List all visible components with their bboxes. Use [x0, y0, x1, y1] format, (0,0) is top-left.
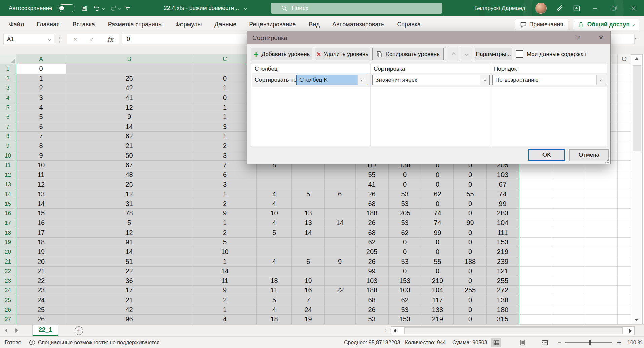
row-header-22[interactable]: 22 [0, 267, 16, 276]
cell-A9[interactable]: 8 [16, 141, 66, 151]
cell-B25[interactable]: 21 [66, 295, 193, 305]
ribbon-tab-1[interactable]: Файл [3, 16, 30, 32]
cell-N15[interactable] [585, 199, 618, 209]
cell-M13[interactable] [552, 180, 585, 190]
row-header-20[interactable]: 20 [0, 247, 16, 257]
cell-J27[interactable]: 0 [454, 315, 487, 324]
cell-O13[interactable] [618, 180, 631, 190]
cell-G27[interactable]: 53 [356, 315, 389, 324]
cell-B12[interactable]: 48 [66, 170, 193, 180]
cell-N13[interactable] [585, 180, 618, 190]
prev-sheet-button[interactable] [5, 328, 7, 333]
zoom-in-button[interactable]: + [617, 337, 621, 348]
cell-E13[interactable] [292, 180, 325, 190]
cell-J24[interactable]: 255 [454, 286, 487, 295]
cell-M22[interactable] [552, 267, 585, 276]
cell-B14[interactable]: 12 [66, 189, 193, 199]
cell-H14[interactable]: 53 [389, 189, 421, 199]
cell-C27[interactable]: 4 [193, 315, 257, 324]
cell-F13[interactable] [325, 180, 356, 190]
cell-O20[interactable] [618, 247, 631, 257]
cell-G23[interactable]: 103 [356, 276, 389, 286]
options-button[interactable]: Параметры... [475, 48, 512, 60]
cell-O24[interactable] [618, 286, 631, 295]
cell-B2[interactable]: 26 [66, 74, 193, 84]
cell-E18[interactable]: 14 [292, 228, 325, 238]
cell-C20[interactable]: 10 [193, 247, 257, 257]
cell-J17[interactable]: 99 [454, 218, 487, 228]
cell-I14[interactable]: 62 [421, 189, 454, 199]
redo-button[interactable] [110, 5, 120, 12]
vertical-scrollbar-thumb[interactable] [633, 65, 641, 151]
accessibility-status[interactable]: Специальные возможности: не поддерживают… [29, 337, 159, 348]
document-title-group[interactable]: 22.4.xls - режим совмести... [164, 0, 246, 16]
cell-J12[interactable]: 0 [454, 170, 487, 180]
ribbon-tab-8[interactable]: Вид [302, 16, 326, 32]
cell-D21[interactable]: 4 [257, 257, 292, 267]
cell-D26[interactable]: 4 [257, 305, 292, 315]
cell-M14[interactable] [552, 189, 585, 199]
sort-on-select[interactable]: Значения ячеек [372, 75, 490, 85]
cell-A13[interactable]: 12 [16, 180, 66, 190]
cell-K27[interactable]: 315 [487, 315, 519, 324]
cell-D14[interactable]: 4 [257, 189, 292, 199]
scroll-up-icon[interactable] [635, 57, 639, 60]
ribbon-tab-6[interactable]: Данные [208, 16, 243, 32]
cell-A17[interactable]: 16 [16, 218, 66, 228]
restore-button[interactable] [609, 0, 619, 16]
cell-G12[interactable]: 55 [356, 170, 389, 180]
cell-O10[interactable] [618, 151, 631, 161]
col-header-B[interactable]: B [66, 54, 193, 64]
cell-A19[interactable]: 18 [16, 238, 66, 247]
redo-dropdown-icon[interactable] [118, 7, 120, 9]
minimize-button[interactable] [590, 0, 600, 16]
row-header-17[interactable]: 17 [0, 218, 16, 228]
zoom-out-button[interactable]: − [557, 337, 561, 348]
select-all-corner[interactable] [0, 54, 16, 64]
cell-N20[interactable] [585, 247, 618, 257]
cell-C23[interactable]: 11 [193, 276, 257, 286]
cell-A1[interactable]: 0 [16, 64, 66, 74]
ribbon-tab-2[interactable]: Главная [30, 16, 66, 32]
cell-B24[interactable]: 17 [66, 286, 193, 295]
search-input[interactable]: Поиск [271, 3, 442, 14]
cell-J15[interactable]: 0 [454, 199, 487, 209]
cell-C26[interactable]: 1 [193, 305, 257, 315]
cell-A4[interactable]: 3 [16, 93, 66, 103]
ribbon-tab-4[interactable]: Разметка страницы [102, 16, 169, 32]
cell-K22[interactable]: 121 [487, 267, 519, 276]
cell-N27[interactable] [585, 315, 618, 324]
cell-G20[interactable]: 205 [356, 247, 389, 257]
cell-N21[interactable] [585, 257, 618, 267]
cell-H16[interactable]: 205 [389, 209, 421, 218]
cell-A26[interactable]: 25 [16, 305, 66, 315]
ribbon-tab-10[interactable]: Справка [391, 16, 427, 32]
cell-H15[interactable]: 53 [389, 199, 421, 209]
cancel-button[interactable]: Отмена [569, 149, 609, 161]
avatar[interactable] [535, 3, 547, 14]
cell-H23[interactable]: 153 [389, 276, 421, 286]
cell-H27[interactable]: 153 [389, 315, 421, 324]
cell-H22[interactable]: 0 [389, 267, 421, 276]
horizontal-scrollbar[interactable] [391, 326, 635, 335]
cell-I25[interactable]: 117 [421, 295, 454, 305]
row-header-25[interactable]: 25 [0, 295, 16, 305]
scroll-right-icon[interactable] [629, 329, 632, 333]
cell-G21[interactable]: 26 [356, 257, 389, 267]
cell-O5[interactable] [618, 103, 631, 113]
scroll-left-icon[interactable] [394, 329, 396, 333]
row-header-14[interactable]: 14 [0, 189, 16, 199]
cell-E17[interactable]: 13 [292, 218, 325, 228]
cell-G14[interactable]: 26 [356, 189, 389, 199]
cell-M23[interactable] [552, 276, 585, 286]
cell-F19[interactable] [325, 238, 356, 247]
cell-K23[interactable]: 255 [487, 276, 519, 286]
ribbon-tab-3[interactable]: Вставка [66, 16, 102, 32]
headers-checkbox-label[interactable]: Мои данные содержат заголовки [527, 48, 610, 60]
cell-B22[interactable]: 22 [66, 267, 193, 276]
cell-K13[interactable]: 67 [487, 180, 519, 190]
cell-I24[interactable]: 104 [421, 286, 454, 295]
cell-E24[interactable]: 16 [292, 286, 325, 295]
cell-A5[interactable]: 4 [16, 103, 66, 113]
cell-G15[interactable]: 68 [356, 199, 389, 209]
